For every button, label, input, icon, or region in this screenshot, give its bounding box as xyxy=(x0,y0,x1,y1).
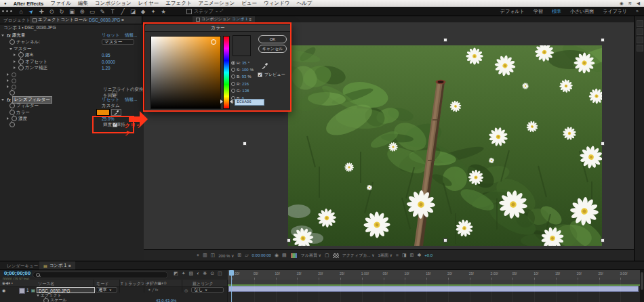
app-menu[interactable]: After Effects xyxy=(14,1,44,7)
region-of-interest-icon[interactable]: ⌖ xyxy=(197,253,199,258)
panel-menu-icon[interactable]: ≡ xyxy=(68,263,71,268)
fx-icon[interactable]: fx xyxy=(7,33,11,38)
expand-icon[interactable]: ⤢ xyxy=(220,9,223,14)
pick-whip-icon[interactable]: ◎ xyxy=(184,288,188,293)
layer-handle-bl[interactable] xyxy=(287,238,291,242)
twirl-exposure[interactable] xyxy=(1,35,4,37)
workspace-デフォルト[interactable]: デフォルト xyxy=(500,8,525,15)
mask-visibility-icon[interactable]: ◫ xyxy=(211,253,216,258)
workspace-学習[interactable]: 学習 xyxy=(534,8,543,15)
clone-stamp-tool-icon[interactable]: ◪ xyxy=(129,7,137,16)
window-zoom-button[interactable] xyxy=(10,10,12,12)
layer-handle-bc[interactable] xyxy=(443,238,447,242)
workspace-overflow-icon[interactable]: » xyxy=(636,9,639,14)
effect-toggle-icon[interactable] xyxy=(12,72,16,77)
reset-link[interactable]: リセット xyxy=(102,33,120,39)
grid-guides-icon[interactable]: ▥ xyxy=(203,253,207,258)
effect-toggle-icon[interactable] xyxy=(12,79,16,83)
menu-effect[interactable]: エフェクト xyxy=(165,0,191,7)
reset-exposure-icon[interactable]: ✱ xyxy=(417,253,421,258)
timeline-scrollbar[interactable] xyxy=(640,270,644,302)
twirl-param[interactable] xyxy=(14,60,16,63)
eraser-tool-icon[interactable]: ◆ xyxy=(139,7,147,16)
tab-project[interactable]: プロジェクト xyxy=(3,18,31,24)
scale-property-row[interactable]: スケール 43.0,43.0% xyxy=(0,298,228,302)
window-minimize-button[interactable] xyxy=(6,10,8,12)
transparency-grid-icon[interactable] xyxy=(333,253,339,258)
menu-composition[interactable]: コンポジション xyxy=(95,0,132,7)
pixel-aspect-icon[interactable]: ⌗ xyxy=(396,253,399,258)
home-tool-icon[interactable]: ⌂ xyxy=(17,7,25,16)
selection-tool-icon[interactable]: ➤ xyxy=(26,5,37,17)
twirl-param[interactable] xyxy=(14,53,16,56)
workspace-標準[interactable]: 標準 xyxy=(552,8,561,15)
tab-timeline-comp[interactable]: ▤ コンポ 1 ≡ xyxy=(39,261,75,269)
twirl-collapsed-3[interactable] xyxy=(7,85,9,88)
mini-flowchart-icon[interactable]: ⊞ xyxy=(410,253,414,258)
menu-layer[interactable]: レイヤー xyxy=(138,0,159,7)
filter-select[interactable]: カスタム xyxy=(102,103,120,109)
twirl-master[interactable] xyxy=(9,48,12,50)
effect-exposure-name[interactable]: 露光量 xyxy=(12,33,26,39)
param-value[interactable]: 0.85 xyxy=(102,53,110,58)
about-link[interactable]: 情報... xyxy=(125,33,137,39)
tab-composition[interactable]: コンポジション コンポ 1 ≡ xyxy=(193,16,255,22)
effects-presets-panel-icon[interactable] xyxy=(637,45,643,51)
menu-animation[interactable]: アニメーション xyxy=(199,0,235,7)
layer-handle-tr[interactable] xyxy=(601,38,605,42)
stopwatch-icon[interactable] xyxy=(18,65,24,70)
layer-switches[interactable]: ✦ ╱ fx xyxy=(148,288,158,292)
apple-menu-icon[interactable]: ● xyxy=(4,1,7,5)
shape-tool-icon[interactable]: ▭ xyxy=(88,7,96,16)
twirl-effects[interactable] xyxy=(37,295,39,297)
param-value[interactable]: 1.20 xyxy=(102,66,110,70)
frame-blend-toggle-icon[interactable]: ▧ xyxy=(189,271,194,276)
time-ruler[interactable]: 0:00f05f10f15f20f25f1:00f05f10f15f20f25f… xyxy=(228,270,640,280)
layout-select[interactable]: 1画面 ∨ xyxy=(378,253,393,259)
layer-handle-ml[interactable] xyxy=(243,142,247,146)
menu-window[interactable]: ウィンドウ xyxy=(264,0,289,7)
step-icon[interactable] xyxy=(186,9,192,14)
effect-toggle-icon[interactable] xyxy=(12,85,16,89)
stopwatch-icon[interactable] xyxy=(18,59,24,64)
camera-tool-icon[interactable]: ▣ xyxy=(68,7,76,16)
tab-effect-controls[interactable]: エフェクトコントロール DSC_0030.JPG ≡ xyxy=(30,16,142,24)
snapshot-icon[interactable]: ◉ xyxy=(275,253,279,258)
info-panel-icon[interactable] xyxy=(637,20,643,27)
roto-brush-tool-icon[interactable]: ✦ xyxy=(149,7,157,16)
graph-editor-icon[interactable]: ◫ xyxy=(218,271,222,276)
quality-toggle-icon[interactable]: ◩ xyxy=(174,271,178,276)
menu-file[interactable]: ファイル xyxy=(50,0,71,7)
scale-value[interactable]: 43.0,43.0% xyxy=(156,299,176,302)
stopwatch-icon[interactable] xyxy=(43,298,49,302)
fx-icon[interactable]: fx xyxy=(7,98,11,102)
scrollbar-thumb[interactable] xyxy=(641,272,643,290)
zoom-tool-icon[interactable]: ⊙ xyxy=(47,7,56,16)
safe-margins-icon[interactable]: ▱ xyxy=(245,253,248,258)
workspace-小さい画面[interactable]: 小さい画面 xyxy=(570,8,594,15)
motion-blur-toggle-icon[interactable]: ◐ xyxy=(197,271,199,276)
stopwatch-icon[interactable] xyxy=(18,52,24,58)
type-tool-icon[interactable]: T xyxy=(108,7,117,16)
preview-panel-icon[interactable] xyxy=(637,37,643,43)
channels-icon[interactable] xyxy=(290,253,298,259)
audio-panel-icon[interactable] xyxy=(637,28,643,35)
view-select[interactable]: アクティブカ... ∨ xyxy=(342,253,375,259)
pan-behind-tool-icon[interactable]: ⊕ xyxy=(78,7,86,16)
twirl-density[interactable] xyxy=(7,117,9,120)
effects-group-row[interactable]: エフェクト xyxy=(0,293,228,298)
timeline-search-input[interactable] xyxy=(33,272,168,278)
auto-keyframe-icon[interactable]: ⊙ xyxy=(210,271,214,276)
twirl-collapsed-1[interactable] xyxy=(7,73,9,76)
menu-edit[interactable]: 編集 xyxy=(78,0,88,7)
photo-daisies[interactable] xyxy=(288,45,602,246)
eye-icon[interactable]: ◉ xyxy=(2,288,5,293)
stopwatch-icon[interactable] xyxy=(9,110,15,115)
rulers-icon[interactable]: ⊞ xyxy=(237,253,241,258)
brainstorm-icon[interactable]: ❋ xyxy=(203,271,207,276)
layer-handle-tc[interactable] xyxy=(443,38,447,42)
hand-tool-icon[interactable]: ✚ xyxy=(37,7,45,16)
exposure-value[interactable]: +0.0 xyxy=(424,253,432,257)
stopwatch-icon[interactable] xyxy=(9,103,15,108)
parent-select[interactable]: なし∨ xyxy=(191,287,224,293)
